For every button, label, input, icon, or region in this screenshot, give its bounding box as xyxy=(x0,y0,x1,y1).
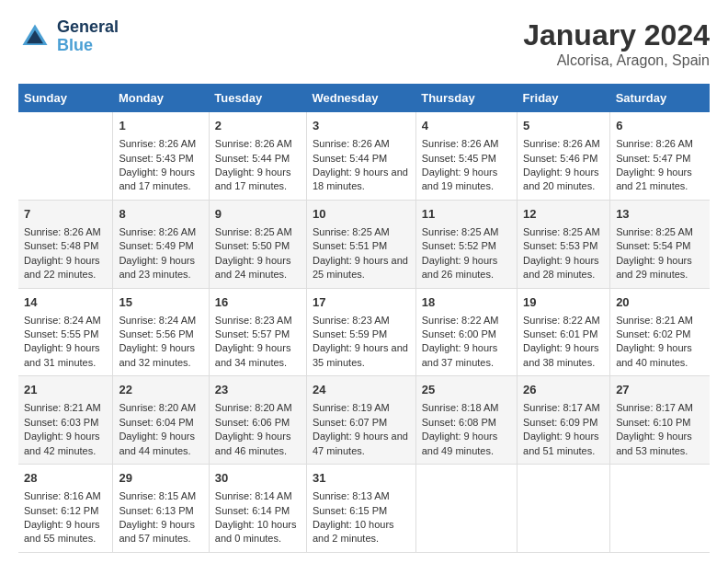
sunrise-text: Sunrise: 8:15 AM xyxy=(119,489,202,503)
sunrise-text: Sunrise: 8:18 AM xyxy=(422,401,511,415)
calendar-cell: 19Sunrise: 8:22 AMSunset: 6:01 PMDayligh… xyxy=(518,288,610,376)
sunrise-text: Sunrise: 8:26 AM xyxy=(616,137,704,151)
day-number: 22 xyxy=(119,382,202,398)
calendar-cell: 28Sunrise: 8:16 AMSunset: 6:12 PMDayligh… xyxy=(18,465,113,553)
daylight-text: Daylight: 9 hours and 24 minutes. xyxy=(215,254,301,282)
calendar-cell: 7Sunrise: 8:26 AMSunset: 5:48 PMDaylight… xyxy=(18,200,113,288)
week-row-1: 7Sunrise: 8:26 AMSunset: 5:48 PMDaylight… xyxy=(18,200,710,288)
calendar-cell: 16Sunrise: 8:23 AMSunset: 5:57 PMDayligh… xyxy=(209,288,306,376)
cell-content: 10Sunrise: 8:25 AMSunset: 5:51 PMDayligh… xyxy=(313,206,410,282)
day-number: 11 xyxy=(422,206,511,223)
week-row-0: 1Sunrise: 8:26 AMSunset: 5:43 PMDaylight… xyxy=(18,112,710,200)
sunrise-text: Sunrise: 8:21 AM xyxy=(24,401,107,415)
cell-content: 9Sunrise: 8:25 AMSunset: 5:50 PMDaylight… xyxy=(215,206,301,282)
cell-content: 19Sunrise: 8:22 AMSunset: 6:01 PMDayligh… xyxy=(523,294,604,371)
cell-content: 13Sunrise: 8:25 AMSunset: 5:54 PMDayligh… xyxy=(616,206,704,282)
calendar-cell xyxy=(18,112,113,200)
cell-content: 11Sunrise: 8:25 AMSunset: 5:52 PMDayligh… xyxy=(422,206,511,282)
sunset-text: Sunset: 5:46 PM xyxy=(523,152,604,166)
sunset-text: Sunset: 6:04 PM xyxy=(119,416,202,430)
daylight-text: Daylight: 9 hours and 40 minutes. xyxy=(616,341,704,370)
title-section: January 2024 Alcorisa, Aragon, Spain xyxy=(523,18,710,69)
cell-content: 2Sunrise: 8:26 AMSunset: 5:44 PMDaylight… xyxy=(215,118,301,194)
sunrise-text: Sunrise: 8:19 AM xyxy=(313,401,410,415)
calendar-cell: 25Sunrise: 8:18 AMSunset: 6:08 PMDayligh… xyxy=(415,376,517,465)
sunrise-text: Sunrise: 8:24 AM xyxy=(24,314,107,327)
daylight-text: Daylight: 9 hours and 18 minutes. xyxy=(313,166,410,194)
cell-content: 17Sunrise: 8:23 AMSunset: 5:59 PMDayligh… xyxy=(313,294,410,371)
sunrise-text: Sunrise: 8:26 AM xyxy=(422,137,511,151)
calendar-cell: 31Sunrise: 8:13 AMSunset: 6:15 PMDayligh… xyxy=(306,465,415,553)
cell-content: 20Sunrise: 8:21 AMSunset: 6:02 PMDayligh… xyxy=(616,294,704,371)
calendar-cell: 14Sunrise: 8:24 AMSunset: 5:55 PMDayligh… xyxy=(18,288,113,376)
cell-content: 5Sunrise: 8:26 AMSunset: 5:46 PMDaylight… xyxy=(523,118,604,194)
daylight-text: Daylight: 9 hours and 46 minutes. xyxy=(215,430,301,458)
daylight-text: Daylight: 9 hours and 37 minutes. xyxy=(422,341,511,370)
cell-content: 28Sunrise: 8:16 AMSunset: 6:12 PMDayligh… xyxy=(24,470,107,546)
sunset-text: Sunset: 6:08 PM xyxy=(422,416,511,430)
calendar-cell: 21Sunrise: 8:21 AMSunset: 6:03 PMDayligh… xyxy=(18,376,113,465)
sunrise-text: Sunrise: 8:25 AM xyxy=(313,225,410,239)
sunrise-text: Sunrise: 8:23 AM xyxy=(313,314,410,327)
day-number: 26 xyxy=(523,382,604,398)
day-number: 3 xyxy=(313,118,410,134)
sunset-text: Sunset: 6:00 PM xyxy=(422,327,511,341)
daylight-text: Daylight: 9 hours and 28 minutes. xyxy=(523,254,604,282)
daylight-text: Daylight: 9 hours and 53 minutes. xyxy=(616,430,704,458)
header-thursday: Thursday xyxy=(415,84,517,112)
day-number: 13 xyxy=(616,206,704,223)
daylight-text: Daylight: 9 hours and 38 minutes. xyxy=(523,341,604,370)
sunset-text: Sunset: 6:14 PM xyxy=(215,504,301,518)
main-title: January 2024 xyxy=(523,18,710,52)
day-number: 7 xyxy=(24,206,107,223)
logo-icon xyxy=(18,20,51,53)
cell-content: 22Sunrise: 8:20 AMSunset: 6:04 PMDayligh… xyxy=(119,382,202,458)
subtitle: Alcorisa, Aragon, Spain xyxy=(523,52,710,69)
sunrise-text: Sunrise: 8:22 AM xyxy=(523,314,604,327)
week-row-4: 28Sunrise: 8:16 AMSunset: 6:12 PMDayligh… xyxy=(18,465,710,553)
week-row-3: 21Sunrise: 8:21 AMSunset: 6:03 PMDayligh… xyxy=(18,376,710,465)
day-number: 15 xyxy=(119,294,202,311)
sunset-text: Sunset: 6:07 PM xyxy=(313,416,410,430)
calendar-cell: 4Sunrise: 8:26 AMSunset: 5:45 PMDaylight… xyxy=(415,112,517,200)
calendar-cell: 11Sunrise: 8:25 AMSunset: 5:52 PMDayligh… xyxy=(415,200,517,288)
sunrise-text: Sunrise: 8:26 AM xyxy=(523,137,604,151)
sunrise-text: Sunrise: 8:17 AM xyxy=(616,401,704,415)
cell-content: 4Sunrise: 8:26 AMSunset: 5:45 PMDaylight… xyxy=(422,118,511,194)
cell-content: 6Sunrise: 8:26 AMSunset: 5:47 PMDaylight… xyxy=(616,118,704,194)
calendar-cell: 23Sunrise: 8:20 AMSunset: 6:06 PMDayligh… xyxy=(209,376,306,465)
day-number: 10 xyxy=(313,206,410,223)
calendar-cell: 9Sunrise: 8:25 AMSunset: 5:50 PMDaylight… xyxy=(209,200,306,288)
cell-content: 25Sunrise: 8:18 AMSunset: 6:08 PMDayligh… xyxy=(422,382,511,458)
day-number: 12 xyxy=(523,206,604,223)
day-number: 6 xyxy=(616,118,704,134)
sunrise-text: Sunrise: 8:14 AM xyxy=(215,489,301,503)
calendar-cell: 26Sunrise: 8:17 AMSunset: 6:09 PMDayligh… xyxy=(518,376,610,465)
day-number: 19 xyxy=(523,294,604,311)
daylight-text: Daylight: 9 hours and 26 minutes. xyxy=(422,254,511,282)
sunset-text: Sunset: 5:56 PM xyxy=(119,327,202,341)
cell-content: 21Sunrise: 8:21 AMSunset: 6:03 PMDayligh… xyxy=(24,382,107,458)
sunrise-text: Sunrise: 8:24 AM xyxy=(119,314,202,327)
cell-content: 31Sunrise: 8:13 AMSunset: 6:15 PMDayligh… xyxy=(313,470,410,546)
header-sunday: Sunday xyxy=(18,84,113,112)
sunrise-text: Sunrise: 8:22 AM xyxy=(422,314,511,327)
logo-line1: General xyxy=(57,18,119,37)
sunset-text: Sunset: 6:01 PM xyxy=(523,327,604,341)
calendar-cell: 29Sunrise: 8:15 AMSunset: 6:13 PMDayligh… xyxy=(113,465,209,553)
daylight-text: Daylight: 9 hours and 34 minutes. xyxy=(215,341,301,370)
sunset-text: Sunset: 6:12 PM xyxy=(24,504,107,518)
calendar-cell: 1Sunrise: 8:26 AMSunset: 5:43 PMDaylight… xyxy=(113,112,209,200)
calendar-cell xyxy=(610,465,710,553)
page-header: General Blue January 2024 Alcorisa, Arag… xyxy=(18,18,710,69)
sunrise-text: Sunrise: 8:26 AM xyxy=(215,137,301,151)
sunrise-text: Sunrise: 8:26 AM xyxy=(119,225,202,239)
daylight-text: Daylight: 9 hours and 22 minutes. xyxy=(24,254,107,282)
daylight-text: Daylight: 9 hours and 55 minutes. xyxy=(24,518,107,546)
cell-content: 15Sunrise: 8:24 AMSunset: 5:56 PMDayligh… xyxy=(119,294,202,371)
daylight-text: Daylight: 9 hours and 57 minutes. xyxy=(119,518,202,546)
calendar-cell: 17Sunrise: 8:23 AMSunset: 5:59 PMDayligh… xyxy=(306,288,415,376)
calendar-cell: 6Sunrise: 8:26 AMSunset: 5:47 PMDaylight… xyxy=(610,112,710,200)
calendar-body: 1Sunrise: 8:26 AMSunset: 5:43 PMDaylight… xyxy=(18,112,710,552)
daylight-text: Daylight: 9 hours and 32 minutes. xyxy=(119,341,202,370)
